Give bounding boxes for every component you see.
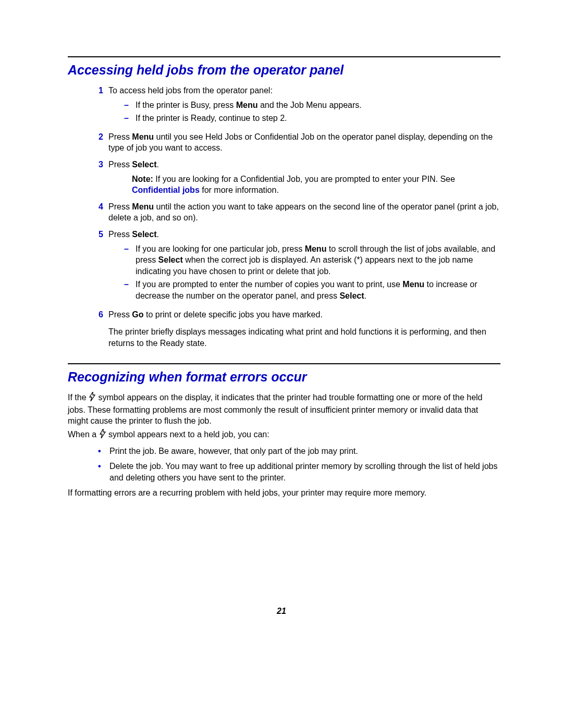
numbered-list: 1 To access held jobs from the operator …: [83, 85, 500, 349]
note-block: Note: If you are looking for a Confident…: [124, 174, 500, 196]
document-page: Accessing held jobs from the operator pa…: [0, 0, 563, 499]
lightning-icon: [99, 429, 106, 441]
dash-icon: –: [124, 100, 136, 111]
section-heading-1: Accessing held jobs from the operator pa…: [68, 63, 500, 78]
sub-list-item: – If the printer is Ready, continue to s…: [124, 113, 500, 124]
tail-paragraph: The printer briefly displays messages in…: [108, 326, 500, 349]
body-paragraph: If formatting errors are a recurring pro…: [68, 487, 500, 499]
sub-list-item: – If you are looking for one particular …: [124, 243, 500, 277]
list-item: 3 Press Select. Note: If you are looking…: [83, 159, 500, 196]
bullet-item: • Delete the job. You may want to free u…: [98, 461, 500, 483]
list-item: 4 Press Menu until the action you want t…: [83, 201, 500, 224]
sub-list: – If the printer is Busy, press Menu and…: [108, 100, 500, 124]
section-divider: [68, 56, 500, 57]
body-paragraph: When a symbol appears next to a held job…: [68, 429, 500, 441]
list-item: 6 Press Go to print or delete specific j…: [83, 309, 500, 349]
list-item: 2 Press Menu until you see Held Jobs or …: [83, 131, 500, 154]
dash-icon: –: [124, 113, 136, 124]
sub-list: – If you are looking for one particular …: [108, 243, 500, 302]
list-number: 1: [83, 85, 108, 126]
list-number: 2: [83, 131, 108, 154]
section-heading-2: Recognizing when format errors occur: [68, 369, 500, 385]
list-number: 6: [83, 309, 108, 349]
bullet-item: • Print the job. Be aware, however, that…: [98, 446, 500, 457]
sub-list-item: – If you are prompted to enter the numbe…: [124, 279, 500, 301]
sub-list-item: – If the printer is Busy, press Menu and…: [124, 100, 500, 111]
dash-icon: –: [124, 243, 136, 277]
bullet-list: • Print the job. Be aware, however, that…: [68, 446, 500, 484]
section-divider: [68, 363, 500, 364]
list-item: 5 Press Select. – If you are looking for…: [83, 229, 500, 304]
link-confidential-jobs[interactable]: Confidential jobs: [132, 186, 200, 194]
page-number: 21: [0, 607, 563, 616]
bullet-icon: •: [98, 446, 109, 457]
dash-icon: –: [124, 279, 136, 301]
list-number: 4: [83, 201, 108, 224]
list-item: 1 To access held jobs from the operator …: [83, 85, 500, 126]
list-text: To access held jobs from the operator pa…: [108, 86, 273, 95]
lightning-icon: [89, 392, 96, 404]
list-number: 3: [83, 159, 108, 196]
bullet-icon: •: [98, 461, 109, 483]
body-paragraph: If the symbol appears on the display, it…: [68, 392, 500, 427]
list-number: 5: [83, 229, 108, 304]
